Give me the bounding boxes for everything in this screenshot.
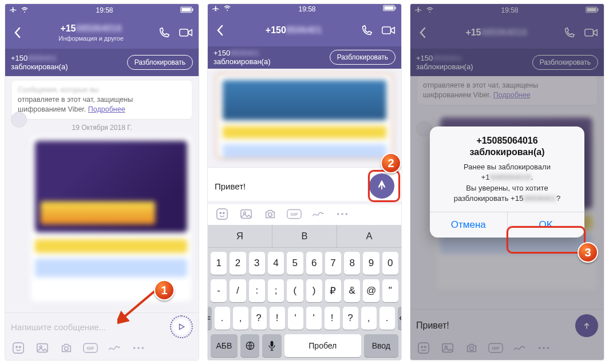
unblock-button[interactable]: Разблокировать <box>127 55 193 70</box>
step-badge-3: 3 <box>578 242 598 263</box>
key[interactable]: 8 <box>344 252 360 275</box>
svg-point-24 <box>268 213 272 216</box>
key[interactable]: 0 <box>382 252 398 275</box>
alert-ok-button[interactable]: OK <box>507 212 585 238</box>
sticker-icon[interactable] <box>11 341 26 355</box>
key[interactable]: , <box>361 307 377 330</box>
key[interactable]: - <box>211 279 227 302</box>
key[interactable]: ( <box>287 279 303 302</box>
camera-icon[interactable] <box>59 341 74 355</box>
key[interactable]: 5 <box>287 252 303 275</box>
svg-rect-7 <box>37 344 48 353</box>
doodle-icon[interactable] <box>311 207 326 221</box>
video-call-icon[interactable] <box>179 26 193 39</box>
key[interactable]: ! <box>325 307 340 330</box>
unblock-button[interactable]: Разблокировать <box>330 50 396 65</box>
svg-rect-3 <box>180 29 188 36</box>
svg-rect-22 <box>241 210 251 219</box>
ios-keyboard: Я В А 1234567890 -/:;()₽&@" #+= .,?!''!?… <box>208 225 401 360</box>
step-badge-1: 1 <box>154 280 175 300</box>
wifi-icon <box>21 6 29 15</box>
chat-header: +15085064016 Информация и другое <box>5 17 199 49</box>
key[interactable]: . <box>379 307 395 330</box>
svg-point-9 <box>65 347 68 350</box>
key[interactable]: , <box>233 307 248 330</box>
key[interactable]: 1 <box>211 252 227 275</box>
blocked-banner: +1508506401 заблокирован(а) Разблокирова… <box>5 49 199 76</box>
key-backspace[interactable] <box>398 307 402 330</box>
key[interactable]: ? <box>251 307 267 330</box>
video-call-icon[interactable] <box>382 23 396 37</box>
gallery-icon[interactable] <box>35 341 50 355</box>
svg-point-6 <box>19 346 21 347</box>
chat-title-prefix: +15 <box>60 23 76 33</box>
doodle-icon[interactable] <box>107 341 122 355</box>
key[interactable]: " <box>382 279 398 302</box>
sender-avatar[interactable] <box>11 112 27 128</box>
svg-point-28 <box>341 213 343 215</box>
key[interactable]: 3 <box>249 252 265 275</box>
phone-screenshot-2: 19:58 +1508506401 +1508506401 заблокиров… <box>207 3 402 361</box>
voice-call-icon[interactable] <box>157 26 171 39</box>
chat-area <box>208 69 401 167</box>
svg-point-20 <box>220 212 221 213</box>
suggestion-key[interactable]: А <box>337 225 401 247</box>
svg-rect-4 <box>13 343 23 353</box>
svg-text:GIF: GIF <box>291 212 298 217</box>
message-input[interactable]: Привет! <box>215 181 363 191</box>
phone-screenshot-1: 19:58 +15085064016 Информация и другое <box>5 3 199 361</box>
svg-rect-17 <box>395 7 396 10</box>
key[interactable]: : <box>249 279 265 302</box>
voice-call-icon[interactable] <box>360 23 374 37</box>
blocked-banner: +1508506401 заблокирован(а) Разблокирова… <box>208 46 401 69</box>
key[interactable]: 2 <box>230 252 246 275</box>
svg-point-12 <box>133 347 136 349</box>
key-return[interactable]: Ввод <box>364 334 398 357</box>
key-symbols[interactable]: #+= <box>207 307 212 330</box>
voice-message-button[interactable] <box>170 315 193 338</box>
more-icon[interactable] <box>131 341 146 355</box>
back-icon[interactable] <box>213 23 227 37</box>
key[interactable]: ' <box>288 307 303 330</box>
svg-rect-2 <box>192 8 193 11</box>
alert-cancel-button[interactable]: Отмена <box>430 212 507 238</box>
chat-subtitle[interactable]: Информация и другое <box>29 35 153 42</box>
key-globe[interactable] <box>240 334 259 357</box>
camera-icon[interactable] <box>263 207 278 221</box>
status-bar: 19:58 <box>208 4 401 14</box>
gif-icon[interactable]: GIF <box>83 341 98 355</box>
key[interactable]: 4 <box>268 252 284 275</box>
key[interactable]: 9 <box>363 252 379 275</box>
key[interactable]: 7 <box>325 252 341 275</box>
key[interactable]: ) <box>306 279 322 302</box>
gif-icon[interactable]: GIF <box>287 207 302 221</box>
message-input[interactable]: Напишите сообщение... <box>11 322 164 332</box>
key-abc[interactable]: АБВ <box>211 334 238 357</box>
key[interactable]: . <box>215 307 230 330</box>
svg-rect-19 <box>217 209 227 219</box>
key[interactable]: ! <box>270 307 285 330</box>
suggestion-key[interactable]: В <box>272 225 337 247</box>
key[interactable]: ? <box>343 307 358 330</box>
key[interactable]: 6 <box>306 252 322 275</box>
airplane-icon <box>10 6 17 15</box>
sticker-icon[interactable] <box>215 207 230 221</box>
key[interactable]: / <box>230 279 246 302</box>
status-time: 19:58 <box>96 6 113 14</box>
svg-point-29 <box>346 213 348 215</box>
send-button[interactable] <box>369 173 394 199</box>
gallery-icon[interactable] <box>239 207 254 221</box>
suggestion-key[interactable]: Я <box>208 225 272 247</box>
svg-rect-16 <box>384 6 393 10</box>
key-dictation[interactable] <box>262 334 281 357</box>
key-space[interactable]: Пробел <box>284 334 361 357</box>
more-icon[interactable] <box>335 207 350 221</box>
key[interactable]: ' <box>306 307 322 330</box>
key[interactable]: @ <box>363 279 379 302</box>
key[interactable]: ₽ <box>325 279 341 302</box>
key[interactable]: & <box>344 279 360 302</box>
learn-more-link[interactable]: Подробнее <box>88 105 125 113</box>
back-icon[interactable] <box>11 26 25 39</box>
key[interactable]: ; <box>268 279 284 302</box>
svg-point-5 <box>16 346 17 347</box>
